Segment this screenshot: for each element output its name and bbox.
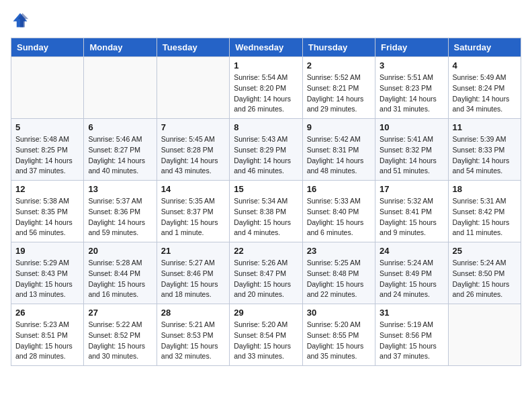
day-number: 9 <box>307 122 371 132</box>
weekday-header-cell: Saturday <box>448 38 521 57</box>
calendar-day-cell: 9Sunrise: 5:42 AMSunset: 8:31 PMDaylight… <box>302 119 375 181</box>
day-number: 21 <box>161 246 225 256</box>
calendar-week-row: 1Sunrise: 5:54 AMSunset: 8:20 PMDaylight… <box>11 57 521 119</box>
day-detail: Sunrise: 5:31 AMSunset: 8:42 PMDaylight:… <box>453 196 517 238</box>
day-detail: Sunrise: 5:20 AMSunset: 8:54 PMDaylight:… <box>234 320 298 362</box>
day-number: 20 <box>88 246 152 256</box>
day-detail: Sunrise: 5:19 AMSunset: 8:56 PMDaylight:… <box>380 320 443 362</box>
calendar-day-cell: 12Sunrise: 5:38 AMSunset: 8:35 PMDayligh… <box>11 181 84 242</box>
day-detail: Sunrise: 5:25 AMSunset: 8:48 PMDaylight:… <box>307 258 371 300</box>
day-detail: Sunrise: 5:42 AMSunset: 8:31 PMDaylight:… <box>307 134 371 177</box>
calendar-week-row: 19Sunrise: 5:29 AMSunset: 8:43 PMDayligh… <box>11 242 521 304</box>
calendar-day-cell: 15Sunrise: 5:34 AMSunset: 8:38 PMDayligh… <box>230 181 302 242</box>
day-number: 16 <box>307 184 371 194</box>
calendar-day-cell: 23Sunrise: 5:25 AMSunset: 8:48 PMDayligh… <box>302 242 375 304</box>
day-detail: Sunrise: 5:48 AMSunset: 8:25 PMDaylight:… <box>15 134 79 177</box>
day-detail: Sunrise: 5:24 AMSunset: 8:49 PMDaylight:… <box>380 258 443 300</box>
day-detail: Sunrise: 5:52 AMSunset: 8:21 PMDaylight:… <box>307 73 371 115</box>
day-detail: Sunrise: 5:35 AMSunset: 8:37 PMDaylight:… <box>161 196 225 238</box>
day-detail: Sunrise: 5:45 AMSunset: 8:28 PMDaylight:… <box>161 134 225 177</box>
day-number: 6 <box>88 122 152 132</box>
day-detail: Sunrise: 5:43 AMSunset: 8:29 PMDaylight:… <box>234 134 298 177</box>
day-number: 8 <box>234 122 298 132</box>
calendar-day-cell: 8Sunrise: 5:43 AMSunset: 8:29 PMDaylight… <box>230 119 302 181</box>
day-number: 14 <box>161 184 225 194</box>
calendar-day-cell: 3Sunrise: 5:51 AMSunset: 8:23 PMDaylight… <box>375 57 448 119</box>
weekday-header-cell: Thursday <box>302 38 375 57</box>
calendar-day-cell: 26Sunrise: 5:23 AMSunset: 8:51 PMDayligh… <box>11 304 84 366</box>
day-number: 5 <box>15 122 79 132</box>
day-number: 4 <box>453 60 517 71</box>
day-number: 1 <box>234 60 298 71</box>
calendar-day-cell: 24Sunrise: 5:24 AMSunset: 8:49 PMDayligh… <box>375 242 448 304</box>
calendar-day-cell: 30Sunrise: 5:20 AMSunset: 8:55 PMDayligh… <box>302 304 375 366</box>
day-number: 28 <box>161 308 225 318</box>
day-detail: Sunrise: 5:39 AMSunset: 8:33 PMDaylight:… <box>453 134 517 177</box>
day-detail: Sunrise: 5:29 AMSunset: 8:43 PMDaylight:… <box>15 258 79 300</box>
calendar-table: SundayMondayTuesdayWednesdayThursdayFrid… <box>11 38 521 366</box>
day-number: 18 <box>453 184 517 194</box>
day-number: 29 <box>234 308 298 318</box>
day-detail: Sunrise: 5:49 AMSunset: 8:24 PMDaylight:… <box>453 73 517 115</box>
calendar-day-cell: 22Sunrise: 5:26 AMSunset: 8:47 PMDayligh… <box>230 242 302 304</box>
calendar-body: 1Sunrise: 5:54 AMSunset: 8:20 PMDaylight… <box>11 57 521 366</box>
calendar-week-row: 5Sunrise: 5:48 AMSunset: 8:25 PMDaylight… <box>11 119 521 181</box>
day-number: 11 <box>453 122 517 132</box>
calendar-day-cell <box>157 57 229 119</box>
day-number: 13 <box>88 184 152 194</box>
day-number: 19 <box>15 246 79 256</box>
day-number: 10 <box>380 122 443 132</box>
day-detail: Sunrise: 5:38 AMSunset: 8:35 PMDaylight:… <box>15 196 79 238</box>
day-number: 12 <box>15 184 79 194</box>
calendar-week-row: 26Sunrise: 5:23 AMSunset: 8:51 PMDayligh… <box>11 304 521 366</box>
logo <box>11 11 32 30</box>
calendar-day-cell: 14Sunrise: 5:35 AMSunset: 8:37 PMDayligh… <box>157 181 229 242</box>
day-detail: Sunrise: 5:26 AMSunset: 8:47 PMDaylight:… <box>234 258 298 300</box>
calendar-day-cell: 2Sunrise: 5:52 AMSunset: 8:21 PMDaylight… <box>302 57 375 119</box>
calendar-day-cell: 16Sunrise: 5:33 AMSunset: 8:40 PMDayligh… <box>302 181 375 242</box>
calendar-day-cell: 13Sunrise: 5:37 AMSunset: 8:36 PMDayligh… <box>84 181 157 242</box>
day-number: 31 <box>380 308 443 318</box>
weekday-header-cell: Monday <box>84 38 157 57</box>
day-detail: Sunrise: 5:32 AMSunset: 8:41 PMDaylight:… <box>380 196 443 238</box>
calendar-day-cell: 6Sunrise: 5:46 AMSunset: 8:27 PMDaylight… <box>84 119 157 181</box>
day-number: 24 <box>380 246 443 256</box>
calendar-day-cell: 21Sunrise: 5:27 AMSunset: 8:46 PMDayligh… <box>157 242 229 304</box>
day-detail: Sunrise: 5:23 AMSunset: 8:51 PMDaylight:… <box>15 320 79 362</box>
calendar-week-row: 12Sunrise: 5:38 AMSunset: 8:35 PMDayligh… <box>11 181 521 242</box>
day-number: 26 <box>15 308 79 318</box>
calendar-day-cell: 1Sunrise: 5:54 AMSunset: 8:20 PMDaylight… <box>230 57 302 119</box>
calendar-day-cell: 18Sunrise: 5:31 AMSunset: 8:42 PMDayligh… <box>448 181 521 242</box>
weekday-header-cell: Sunday <box>11 38 84 57</box>
calendar-day-cell: 11Sunrise: 5:39 AMSunset: 8:33 PMDayligh… <box>448 119 521 181</box>
calendar-day-cell: 25Sunrise: 5:24 AMSunset: 8:50 PMDayligh… <box>448 242 521 304</box>
day-detail: Sunrise: 5:21 AMSunset: 8:53 PMDaylight:… <box>161 320 225 362</box>
calendar-day-cell <box>11 57 84 119</box>
day-number: 2 <box>307 60 371 71</box>
calendar-day-cell: 20Sunrise: 5:28 AMSunset: 8:44 PMDayligh… <box>84 242 157 304</box>
day-detail: Sunrise: 5:20 AMSunset: 8:55 PMDaylight:… <box>307 320 371 362</box>
day-detail: Sunrise: 5:28 AMSunset: 8:44 PMDaylight:… <box>88 258 152 300</box>
weekday-header-cell: Wednesday <box>230 38 302 57</box>
calendar-day-cell: 5Sunrise: 5:48 AMSunset: 8:25 PMDaylight… <box>11 119 84 181</box>
calendar-day-cell: 7Sunrise: 5:45 AMSunset: 8:28 PMDaylight… <box>157 119 229 181</box>
calendar-day-cell: 29Sunrise: 5:20 AMSunset: 8:54 PMDayligh… <box>230 304 302 366</box>
day-detail: Sunrise: 5:46 AMSunset: 8:27 PMDaylight:… <box>88 134 152 177</box>
day-number: 22 <box>234 246 298 256</box>
calendar-day-cell: 31Sunrise: 5:19 AMSunset: 8:56 PMDayligh… <box>375 304 448 366</box>
day-detail: Sunrise: 5:34 AMSunset: 8:38 PMDaylight:… <box>234 196 298 238</box>
calendar-day-cell: 27Sunrise: 5:22 AMSunset: 8:52 PMDayligh… <box>84 304 157 366</box>
day-detail: Sunrise: 5:24 AMSunset: 8:50 PMDaylight:… <box>453 258 517 300</box>
day-number: 30 <box>307 308 371 318</box>
calendar-day-cell: 10Sunrise: 5:41 AMSunset: 8:32 PMDayligh… <box>375 119 448 181</box>
day-detail: Sunrise: 5:22 AMSunset: 8:52 PMDaylight:… <box>88 320 152 362</box>
calendar-day-cell: 4Sunrise: 5:49 AMSunset: 8:24 PMDaylight… <box>448 57 521 119</box>
day-number: 23 <box>307 246 371 256</box>
page-header <box>11 11 521 30</box>
weekday-header-row: SundayMondayTuesdayWednesdayThursdayFrid… <box>11 38 521 57</box>
day-number: 27 <box>88 308 152 318</box>
day-detail: Sunrise: 5:33 AMSunset: 8:40 PMDaylight:… <box>307 196 371 238</box>
day-number: 17 <box>380 184 443 194</box>
day-detail: Sunrise: 5:41 AMSunset: 8:32 PMDaylight:… <box>380 134 443 177</box>
calendar-day-cell <box>84 57 157 119</box>
